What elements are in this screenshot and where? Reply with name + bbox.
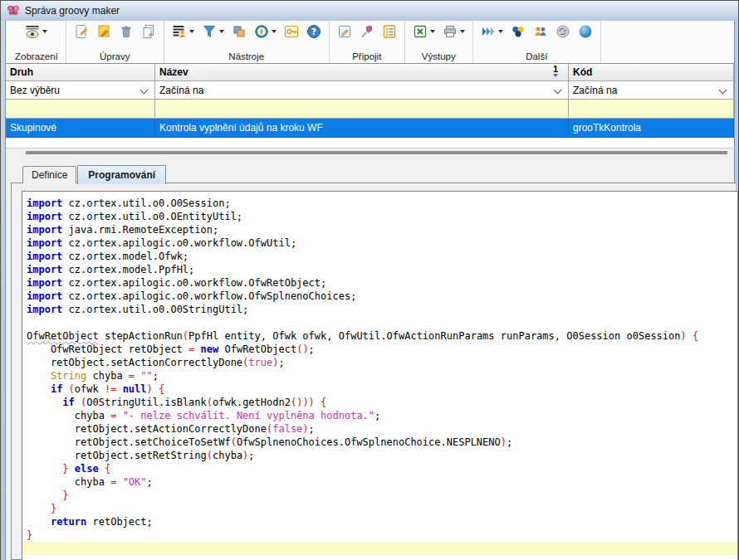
column-header-kod[interactable]: Kód <box>569 64 734 81</box>
brain-icon <box>555 24 570 39</box>
column-header-nazev[interactable]: Název 1 <box>155 64 569 81</box>
tab-programovani[interactable]: Programování <box>77 165 166 184</box>
code-line: String chyba = ""; <box>27 369 737 382</box>
dropdown-caret-icon[interactable] <box>430 30 435 33</box>
grid-empty-area <box>6 138 734 149</box>
toolbar-group-label: Zobrazení <box>15 50 58 61</box>
filter-icon <box>202 24 217 39</box>
checklist-button[interactable] <box>382 24 397 39</box>
toolbar: ZobrazeníÚpravy?NástrojePřipojitVýstupyD… <box>6 21 734 64</box>
dropdown-caret-icon[interactable] <box>272 30 277 33</box>
code-line: import cz.ortex.apilogic.o0.workflow.Ofw… <box>27 290 737 303</box>
excel-button[interactable] <box>413 24 435 39</box>
detail-panel: Definice Programování import cz.ortex.ut… <box>11 163 736 560</box>
code-line: retObject.setRetString(chyba); <box>27 449 737 462</box>
code-line: import cz.ortex.util.o0.OEntityUtil; <box>27 210 737 223</box>
app-window: Správa groovy maker ZobrazeníÚpravy?Nást… <box>0 0 739 560</box>
code-line: import cz.ortex.apilogic.o0.workflow.Ofw… <box>27 236 737 250</box>
dropdown-caret-icon[interactable] <box>42 30 47 33</box>
toolbar-group: Úpravy <box>66 21 164 63</box>
excel-icon <box>413 24 428 39</box>
dropdown-caret-icon[interactable] <box>460 30 465 33</box>
code-line: import cz.ortex.util.o0.O0Session; <box>27 197 737 210</box>
grid-filter-input-row <box>6 100 734 119</box>
note-edit-button[interactable] <box>337 24 352 39</box>
help-icon: ? <box>306 24 321 39</box>
code-line: } else { <box>27 462 737 475</box>
chevrons-icon <box>481 24 496 39</box>
filter-input-druh[interactable] <box>6 100 155 119</box>
toolbar-group-label: Připojit <box>337 50 397 61</box>
code-line: retObject.setActionCorrectlyDone(false); <box>27 422 737 436</box>
code-line: import cz.ortex.apilogic.o0.workflow.Ofw… <box>27 276 737 290</box>
doc-edit-icon <box>96 24 111 39</box>
dropdown-caret-icon[interactable] <box>219 30 224 33</box>
window-border-left <box>0 21 6 560</box>
scrollbar-thumb[interactable] <box>26 151 727 154</box>
code-line: } <box>27 502 737 515</box>
column-header-druh[interactable]: Druh <box>6 64 155 81</box>
brain-button[interactable] <box>555 24 570 39</box>
grid-header-row: Druh Název 1 Kód <box>6 64 734 81</box>
chevron-down-icon <box>719 86 727 95</box>
code-line: import cz.ortex.util.o0.O0StringUtil; <box>27 303 737 316</box>
chevron-down-icon <box>140 86 149 95</box>
code-line: } <box>27 528 737 542</box>
compass-icon <box>254 24 269 39</box>
filter-input-nazev[interactable] <box>155 100 569 119</box>
filter-select-kod[interactable]: Začíná na <box>569 81 734 100</box>
code-editor[interactable]: import cz.ortex.util.o0.O0Session;import… <box>22 191 738 560</box>
toolbar-group: Zobrazení <box>7 21 66 63</box>
filter-input-kod[interactable] <box>569 100 734 119</box>
sort-arrow-icon <box>553 74 558 77</box>
grid-filter-row: Bez výběru Začíná na Začíná na <box>6 81 734 100</box>
dropdown-caret-icon[interactable] <box>498 30 503 33</box>
balls-icon <box>511 24 526 39</box>
sort-user-icon <box>172 24 187 39</box>
users-button[interactable] <box>533 24 548 39</box>
chevrons-button[interactable] <box>481 24 503 39</box>
sort-user-button[interactable] <box>172 24 194 39</box>
view-icon <box>25 24 40 39</box>
table-row[interactable]: SkupinovéKontrola vyplnění údajů na krok… <box>6 119 734 138</box>
code-line: import cz.ortex.model.Ofwk; <box>27 250 737 263</box>
key-button[interactable] <box>284 24 299 39</box>
sphere-button[interactable] <box>578 24 593 39</box>
copy-squares-button[interactable] <box>232 24 247 39</box>
printer-button[interactable] <box>443 24 465 39</box>
toolbar-group: Připojit <box>330 21 405 63</box>
tab-definice[interactable]: Definice <box>22 166 76 183</box>
code-line: if (O0StringUtil.isBlank(ofwk.getHodn2()… <box>27 396 737 409</box>
code-line: } <box>27 489 737 502</box>
view-button[interactable] <box>25 24 47 39</box>
code-line: OfwRetObject stepActionRun(PpfHl entity,… <box>27 329 737 343</box>
doc-copy-icon <box>141 24 156 39</box>
code-line: import java.rmi.RemoteException; <box>27 223 737 236</box>
filter-select-druh[interactable]: Bez výběru <box>6 81 155 100</box>
doc-new-icon <box>74 24 89 39</box>
chevron-down-icon <box>554 86 562 95</box>
horizontal-scrollbar[interactable] <box>6 149 734 156</box>
compass-button[interactable] <box>254 24 277 39</box>
filter-button[interactable] <box>202 24 224 39</box>
filter-select-nazev[interactable]: Začíná na <box>155 81 569 100</box>
copy-squares-icon <box>232 24 247 39</box>
code-line-highlighted <box>22 542 737 555</box>
checklist-icon <box>382 24 397 39</box>
code-line: return retObject; <box>27 515 737 528</box>
doc-new-button[interactable] <box>74 24 89 39</box>
sort-indicator: 1 <box>553 66 558 77</box>
code-line: import cz.ortex.model.PpfHl; <box>27 263 737 276</box>
doc-copy-button[interactable] <box>141 24 156 39</box>
key-icon <box>284 24 299 39</box>
window-title: Správa groovy maker <box>25 5 120 17</box>
code-line: retObject.setActionCorrectlyDone(true); <box>27 356 737 369</box>
pin-button[interactable] <box>360 24 374 39</box>
trash-button[interactable] <box>119 24 134 39</box>
grid-cell: Kontrola vyplnění údajů na kroku WF <box>155 119 569 138</box>
doc-edit-button[interactable] <box>96 24 111 39</box>
dropdown-caret-icon[interactable] <box>189 30 194 33</box>
balls-button[interactable] <box>511 24 526 39</box>
help-button[interactable]: ? <box>306 24 321 39</box>
grid-rows: SkupinovéKontrola vyplnění údajů na krok… <box>6 119 734 138</box>
